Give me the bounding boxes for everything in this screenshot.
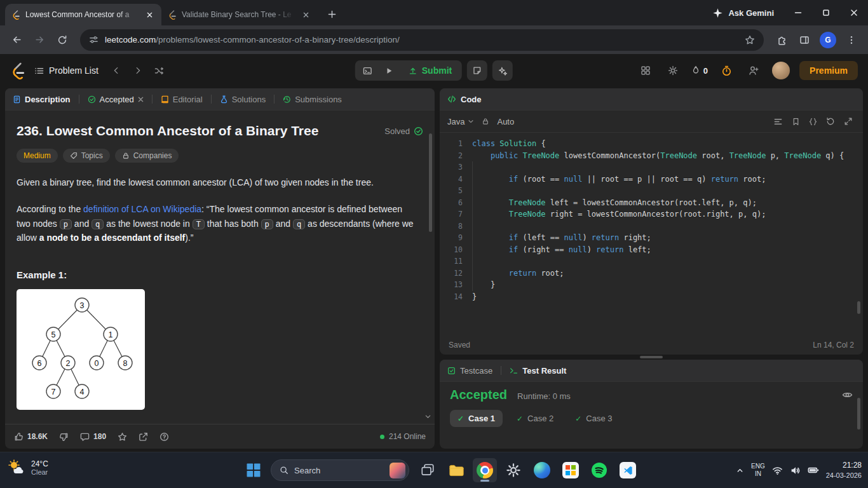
wifi-icon[interactable]	[772, 465, 783, 476]
code-line[interactable]: 12 return root;	[440, 268, 863, 280]
code-line[interactable]: 8	[440, 220, 863, 233]
ask-gemini-button[interactable]: Ask Gemini	[702, 0, 784, 25]
case-2-button[interactable]: ✓Case 2	[509, 410, 561, 427]
window-maximize-button[interactable]	[812, 0, 840, 25]
start-button[interactable]	[244, 461, 263, 480]
notes-icon[interactable]	[467, 60, 487, 81]
window-close-button[interactable]	[840, 0, 868, 25]
code-line[interactable]: 13 }	[440, 279, 863, 291]
tab-submissions[interactable]: Submissions	[283, 95, 342, 104]
favorite-star-icon[interactable]	[118, 432, 127, 442]
expand-icon[interactable]	[844, 117, 853, 126]
help-icon[interactable]	[159, 432, 169, 442]
code-editor[interactable]: 1class Solution {2 public TreeNode lowes…	[440, 133, 863, 336]
microsoft-app-icon[interactable]	[559, 458, 583, 482]
code-line[interactable]: 7 TreeNode right = lowestCommonAncestor(…	[440, 208, 863, 220]
like-button[interactable]: 18.6K	[14, 432, 48, 442]
spotify-icon[interactable]	[587, 458, 611, 482]
side-panel-icon[interactable]	[794, 30, 815, 50]
settings-gear-icon[interactable]	[664, 62, 682, 79]
taskbar-clock[interactable]: 21:28 24-03-2026	[826, 461, 862, 480]
code-line[interactable]: 14}	[440, 291, 863, 303]
search-highlight-image[interactable]	[390, 463, 405, 478]
reset-icon[interactable]	[826, 117, 835, 126]
case-3-button[interactable]: ✓Case 3	[567, 410, 620, 427]
tab-test-result[interactable]: Test Result	[510, 366, 566, 376]
code-line[interactable]: 2 public TreeNode lowestCommonAncestor(T…	[440, 150, 863, 162]
layout-grid-icon[interactable]	[637, 62, 654, 79]
tab-close-icon[interactable]	[300, 9, 311, 20]
autocomplete-label[interactable]: Auto	[497, 117, 514, 126]
code-line[interactable]: 11	[440, 255, 863, 268]
address-bar[interactable]: leetcode.com/problems/lowest-common-ance…	[80, 29, 764, 51]
browser-tab-2[interactable]: Validate Binary Search Tree - Le	[161, 4, 318, 25]
code-line[interactable]: 3	[440, 161, 863, 173]
battery-icon[interactable]	[808, 464, 819, 476]
tab-testcase[interactable]: Testcase	[447, 366, 492, 376]
code-line[interactable]: 9 if (left == null) return right;	[440, 232, 863, 244]
site-settings-icon[interactable]	[89, 35, 98, 44]
browser-tab-active[interactable]: Lowest Common Ancestor of a	[5, 4, 161, 25]
browser-profile-avatar[interactable]: G	[820, 32, 836, 48]
bookmark-star-icon[interactable]	[745, 35, 755, 45]
tab-solutions[interactable]: Solutions	[220, 95, 266, 104]
task-view-icon[interactable]	[416, 458, 440, 482]
tab-close-icon[interactable]	[144, 9, 155, 20]
volume-icon[interactable]	[790, 465, 801, 476]
taskbar-search[interactable]: Search	[271, 459, 409, 481]
prev-problem-icon[interactable]	[107, 62, 125, 79]
premium-button[interactable]: Premium	[799, 61, 858, 80]
topics-badge[interactable]: Topics	[63, 149, 110, 163]
code-line[interactable]: 1class Solution {	[440, 138, 863, 150]
tab-accepted[interactable]: Accepted	[88, 95, 144, 104]
code-line[interactable]: 6 TreeNode left = lowestCommonAncestor(r…	[440, 197, 863, 209]
vscode-icon[interactable]	[616, 458, 640, 482]
next-problem-icon[interactable]	[129, 62, 147, 79]
wikipedia-link[interactable]: definition of LCA on Wikipedia	[83, 204, 201, 214]
timer-icon[interactable]	[717, 62, 735, 79]
braces-icon[interactable]	[809, 118, 817, 126]
problem-list-button[interactable]: Problem List	[29, 65, 104, 76]
file-explorer-icon[interactable]	[444, 458, 468, 482]
debug-terminal-icon[interactable]	[356, 62, 378, 79]
thumbs-down-icon[interactable]	[59, 432, 69, 442]
shuffle-icon[interactable]	[151, 62, 168, 79]
code-scrollbar[interactable]	[857, 301, 860, 314]
run-button[interactable]	[378, 62, 400, 79]
share-icon[interactable]	[139, 432, 148, 442]
browser-menu-icon[interactable]	[841, 30, 862, 50]
eye-icon[interactable]	[842, 390, 853, 400]
forward-button[interactable]	[29, 30, 50, 50]
bookmark-icon[interactable]	[792, 118, 800, 126]
window-minimize-button[interactable]	[784, 0, 812, 25]
leetcode-logo[interactable]	[10, 62, 25, 79]
ai-sparkle-icon[interactable]	[492, 60, 513, 81]
weather-widget[interactable]: 24°C Clear	[6, 458, 48, 477]
format-lines-icon[interactable]	[773, 117, 783, 126]
chrome-icon[interactable]	[473, 458, 497, 482]
tray-chevron-up-icon[interactable]	[736, 466, 744, 475]
comments-button[interactable]: 180	[80, 432, 106, 442]
back-button[interactable]	[6, 30, 27, 50]
streak-counter[interactable]: 0	[691, 65, 708, 76]
user-avatar[interactable]	[772, 62, 790, 79]
companies-badge[interactable]: Companies	[115, 149, 179, 163]
language-selector[interactable]: Java	[447, 117, 474, 126]
reload-button[interactable]	[52, 30, 72, 50]
test-scrollbar[interactable]	[857, 398, 860, 430]
code-line[interactable]: 4 if (root == null || root == p || root …	[440, 173, 863, 186]
panel-resize-handle[interactable]	[440, 355, 863, 360]
submit-button[interactable]: Submit	[400, 62, 461, 79]
tab-description[interactable]: Description	[13, 95, 71, 104]
extensions-icon[interactable]	[771, 30, 792, 50]
settings-icon[interactable]	[501, 458, 526, 482]
new-tab-button[interactable]	[323, 5, 341, 23]
tab-editorial[interactable]: Editorial	[161, 95, 203, 104]
edge-icon[interactable]	[530, 458, 554, 482]
description-scrollbar[interactable]	[429, 133, 432, 232]
difficulty-badge[interactable]: Medium	[17, 149, 58, 163]
add-user-icon[interactable]	[745, 62, 763, 79]
language-indicator[interactable]: ENG IN	[751, 463, 765, 478]
code-line[interactable]: 10 if (right == null) return left;	[440, 244, 863, 256]
case-1-button[interactable]: ✓Case 1	[450, 410, 503, 427]
